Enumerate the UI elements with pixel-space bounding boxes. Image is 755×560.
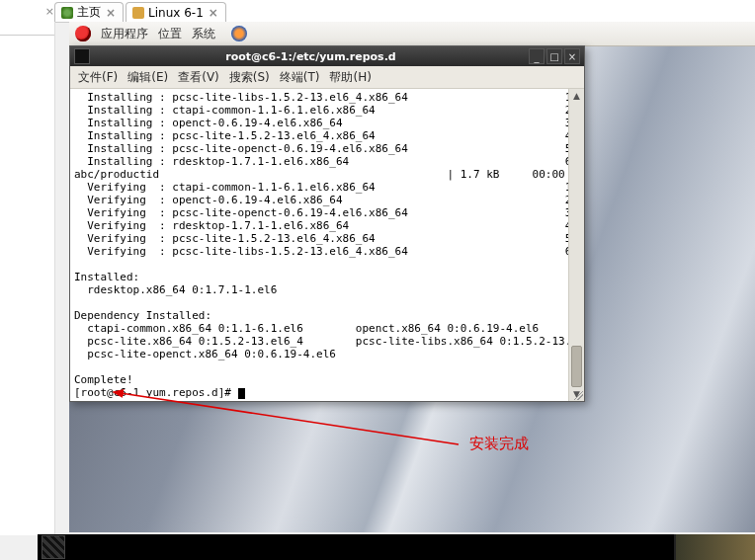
menu-places[interactable]: 位置 bbox=[158, 26, 182, 42]
outer-sidebar bbox=[0, 22, 55, 535]
vm-icon bbox=[132, 7, 144, 19]
scroll-thumb[interactable] bbox=[571, 346, 582, 387]
dock-app-icon[interactable] bbox=[42, 535, 65, 559]
scroll-up-icon[interactable]: ▲ bbox=[569, 89, 584, 103]
close-icon: × bbox=[45, 5, 54, 18]
outer-tab-bar: 主页 × Linux 6-1 × bbox=[0, 0, 755, 23]
redhat-icon[interactable] bbox=[75, 26, 91, 41]
window-title: root@c6-1:/etc/yum.repos.d bbox=[95, 50, 527, 63]
menu-terminal[interactable]: 终端(T) bbox=[280, 69, 320, 86]
resize-handle[interactable] bbox=[571, 388, 583, 400]
terminal-window: root@c6-1:/etc/yum.repos.d _ □ × 文件(F) 编… bbox=[69, 45, 585, 402]
window-titlebar[interactable]: root@c6-1:/etc/yum.repos.d _ □ × bbox=[70, 46, 584, 66]
vm-desktop: 应用程序 位置 系统 root@c6-1:/etc/yum.repos.d _ … bbox=[69, 22, 755, 532]
close-icon[interactable]: × bbox=[208, 6, 219, 20]
sidebar-header bbox=[0, 22, 54, 36]
menu-view[interactable]: 查看(V) bbox=[178, 69, 219, 86]
outer-prev-close[interactable]: × bbox=[0, 0, 60, 22]
terminal-content[interactable]: Installing : pcsc-lite-libs-1.5.2-13.el6… bbox=[70, 89, 568, 401]
close-button[interactable]: × bbox=[564, 48, 580, 64]
host-bottom-dock bbox=[38, 534, 755, 560]
firefox-icon[interactable] bbox=[231, 26, 247, 41]
maximize-button[interactable]: □ bbox=[546, 48, 562, 64]
outer-tab-vm-linux61[interactable]: Linux 6-1 × bbox=[126, 2, 226, 22]
outer-tab-home[interactable]: 主页 × bbox=[54, 2, 124, 22]
menu-applications[interactable]: 应用程序 bbox=[101, 26, 148, 42]
menu-help[interactable]: 帮助(H) bbox=[329, 69, 371, 86]
close-icon[interactable]: × bbox=[105, 6, 117, 20]
terminal-menubar: 文件(F) 编辑(E) 查看(V) 搜索(S) 终端(T) 帮助(H) bbox=[70, 66, 584, 89]
minimize-button[interactable]: _ bbox=[529, 48, 545, 64]
menu-file[interactable]: 文件(F) bbox=[78, 69, 118, 86]
annotation-text: 安装完成 bbox=[469, 435, 529, 453]
terminal-scrollbar[interactable]: ▲ ▼ bbox=[568, 89, 584, 401]
gnome-top-panel: 应用程序 位置 系统 bbox=[69, 22, 755, 46]
menu-search[interactable]: 搜索(S) bbox=[229, 69, 270, 86]
home-icon bbox=[61, 7, 73, 19]
menu-system[interactable]: 系统 bbox=[192, 26, 215, 42]
cursor-block bbox=[238, 388, 245, 399]
tab-label: Linux 6-1 bbox=[148, 6, 204, 20]
terminal-body: Installing : pcsc-lite-libs-1.5.2-13.el6… bbox=[70, 89, 584, 401]
menu-edit[interactable]: 编辑(E) bbox=[127, 69, 168, 86]
tab-label: 主页 bbox=[77, 4, 101, 21]
terminal-icon bbox=[74, 48, 90, 64]
